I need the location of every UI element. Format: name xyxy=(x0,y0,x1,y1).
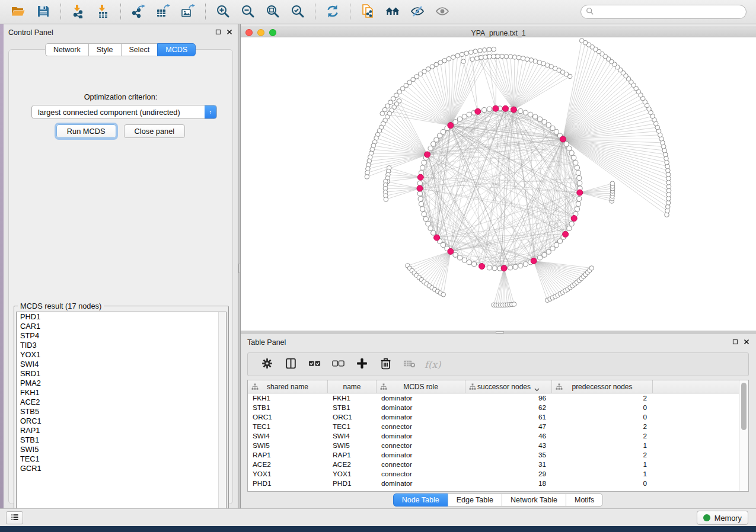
mcds-result-item[interactable]: SWI4 xyxy=(17,360,226,369)
split-columns-button[interactable] xyxy=(283,357,298,372)
float-panel-icon[interactable] xyxy=(215,28,222,36)
tab-style[interactable]: Style xyxy=(88,43,122,56)
export-table-button[interactable] xyxy=(154,3,172,21)
import-table-button[interactable] xyxy=(94,3,112,21)
run-mcds-button[interactable]: Run MCDS xyxy=(56,124,116,138)
cell-predecessor-nodes[interactable]: 0 xyxy=(552,412,647,422)
network-titlebar[interactable]: YPA_prune.txt_1 xyxy=(241,27,756,37)
cell-name[interactable]: YOX1 xyxy=(333,469,351,479)
mcds-result-list[interactable]: PHD1CAR1STP4TID3YOX1SWI4SRD1PMA2FKH1ACE2… xyxy=(16,312,227,517)
cell-predecessor-nodes[interactable]: 2 xyxy=(552,422,647,431)
cell-name[interactable]: SWI4 xyxy=(333,431,350,441)
table-row[interactable]: SWI4SWI4dominator462 xyxy=(248,431,739,441)
cell-name[interactable]: SWI5 xyxy=(333,441,350,450)
list-scrollbar[interactable] xyxy=(218,312,226,517)
cell-mcds-role[interactable]: dominator xyxy=(381,412,412,422)
mcds-result-item[interactable]: SWI5 xyxy=(17,445,226,454)
tab-mcds[interactable]: MCDS xyxy=(157,43,196,56)
tab-node-table[interactable]: Node Table xyxy=(393,493,448,507)
mcds-result-item[interactable]: ACE2 xyxy=(17,398,226,407)
search-box[interactable] xyxy=(580,5,747,19)
cell-name[interactable]: PHD1 xyxy=(333,479,351,488)
cell-predecessor-nodes[interactable]: 0 xyxy=(552,403,647,412)
clone-network-button[interactable] xyxy=(359,3,377,21)
cell-successor-nodes[interactable]: 47 xyxy=(465,422,546,431)
table-row[interactable]: STB1STB1dominator620 xyxy=(248,403,739,412)
table-row[interactable]: TEC1TEC1connector472 xyxy=(248,422,739,431)
mcds-result-item[interactable]: STP4 xyxy=(17,331,226,341)
mcds-result-item[interactable]: CAR1 xyxy=(17,322,226,331)
tab-network-table[interactable]: Network Table xyxy=(502,493,566,507)
cell-shared-name[interactable]: SWI4 xyxy=(253,431,270,441)
open-session-button[interactable] xyxy=(9,3,27,21)
close-panel-icon[interactable] xyxy=(743,338,750,345)
cell-name[interactable]: ORC1 xyxy=(333,412,352,422)
cell-mcds-role[interactable]: connector xyxy=(381,441,412,450)
first-neighbors-button[interactable] xyxy=(384,3,401,21)
mcds-result-item[interactable]: PMA2 xyxy=(17,379,226,388)
cell-successor-nodes[interactable]: 46 xyxy=(465,431,546,441)
mcds-result-item[interactable]: STB5 xyxy=(17,407,226,416)
tab-edge-table[interactable]: Edge Table xyxy=(448,493,502,507)
column-header-successor-nodes[interactable]: successor nodes xyxy=(465,380,552,393)
cell-successor-nodes[interactable]: 62 xyxy=(465,403,546,412)
cell-name[interactable]: STB1 xyxy=(333,403,350,412)
mcds-result-item[interactable]: PHD1 xyxy=(17,312,226,322)
table-row[interactable]: PHD1PHD1dominator180 xyxy=(248,479,739,488)
cell-shared-name[interactable]: YOX1 xyxy=(253,469,271,479)
refresh-button[interactable] xyxy=(324,3,342,21)
hide-selected-button[interactable] xyxy=(409,3,426,21)
export-network-button[interactable] xyxy=(129,3,147,21)
cell-mcds-role[interactable]: dominator xyxy=(381,403,412,412)
deselect-all-button[interactable] xyxy=(330,357,346,372)
splitter-handle[interactable] xyxy=(238,264,240,273)
add-row-button[interactable] xyxy=(354,357,369,372)
cell-shared-name[interactable]: ORC1 xyxy=(253,412,272,422)
search-input[interactable] xyxy=(597,8,741,16)
zoom-in-button[interactable] xyxy=(214,3,232,21)
cell-shared-name[interactable]: TEC1 xyxy=(253,422,270,431)
cell-mcds-role[interactable]: connector xyxy=(381,422,412,431)
cell-successor-nodes[interactable]: 35 xyxy=(465,450,546,460)
cell-name[interactable]: ACE2 xyxy=(333,460,351,469)
cell-name[interactable]: RAP1 xyxy=(333,450,351,460)
chevron-updown-icon[interactable] xyxy=(205,105,216,118)
column-header-name[interactable]: name xyxy=(328,380,377,393)
cell-mcds-role[interactable]: dominator xyxy=(381,479,412,488)
cell-predecessor-nodes[interactable]: 1 xyxy=(552,441,647,450)
float-panel-icon[interactable] xyxy=(732,338,739,345)
table-row[interactable]: RAP1RAP1dominator352 xyxy=(248,450,739,460)
column-header-predecessor-nodes[interactable]: predecessor nodes xyxy=(552,380,653,393)
tab-motifs[interactable]: Motifs xyxy=(566,493,603,507)
cell-shared-name[interactable]: FKH1 xyxy=(253,393,270,403)
zoom-fit-button[interactable] xyxy=(264,3,282,21)
cell-mcds-role[interactable]: connector xyxy=(381,469,412,479)
table-scrollbar[interactable] xyxy=(739,380,748,491)
cell-mcds-role[interactable]: connector xyxy=(381,460,412,469)
tab-network[interactable]: Network xyxy=(45,43,89,56)
column-header-shared-name[interactable]: shared name xyxy=(248,380,328,393)
cell-successor-nodes[interactable]: 96 xyxy=(465,393,546,403)
close-panel-icon[interactable] xyxy=(226,28,233,36)
cell-predecessor-nodes[interactable]: 0 xyxy=(552,479,647,488)
mcds-result-item[interactable]: GCR1 xyxy=(17,464,226,473)
cell-successor-nodes[interactable]: 61 xyxy=(465,412,546,422)
cell-shared-name[interactable]: PHD1 xyxy=(253,479,271,488)
mcds-result-item[interactable]: SRD1 xyxy=(17,369,226,379)
cell-successor-nodes[interactable]: 43 xyxy=(465,441,546,450)
cell-mcds-role[interactable]: dominator xyxy=(381,393,412,403)
column-header-mcds-role[interactable]: MCDS role xyxy=(377,380,465,393)
chevron-down-icon[interactable] xyxy=(534,385,540,389)
cell-mcds-role[interactable]: dominator xyxy=(381,450,412,460)
mcds-result-item[interactable]: YOX1 xyxy=(17,350,226,360)
mcds-result-item[interactable]: RAP1 xyxy=(17,426,226,435)
cell-successor-nodes[interactable]: 29 xyxy=(465,469,546,479)
zoom-selected-button[interactable] xyxy=(289,3,307,21)
select-all-button[interactable] xyxy=(307,357,322,372)
cell-predecessor-nodes[interactable]: 2 xyxy=(552,450,647,460)
mcds-result-item[interactable]: STB1 xyxy=(17,435,226,445)
splitter-handle[interactable] xyxy=(496,331,504,334)
network-canvas[interactable] xyxy=(241,37,756,331)
optimization-dropdown[interactable]: largest connected component (undirected) xyxy=(31,105,217,119)
scrollbar-thumb[interactable] xyxy=(741,383,747,430)
